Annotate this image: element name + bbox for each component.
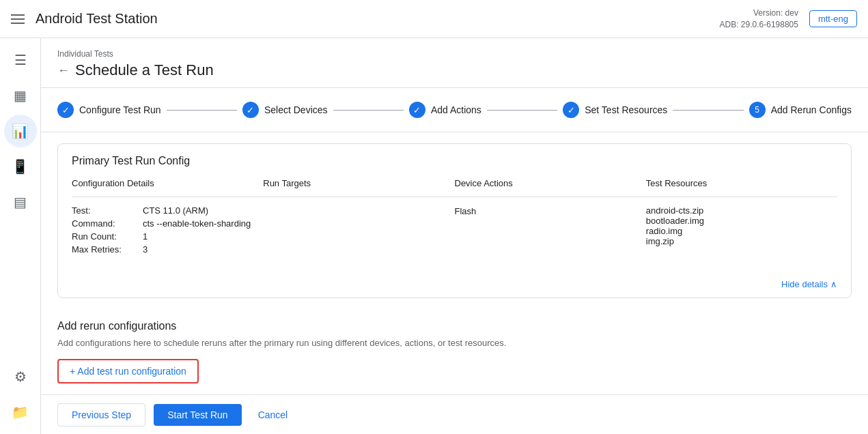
sidebar-item-files[interactable]: 📁 [4,396,37,429]
step-label-set-resources: Set Test Resources [585,104,667,115]
page-title-row: ← Schedule a Test Run [57,61,852,79]
step-configure: ✓ Configure Test Run [57,102,161,118]
step-label-add-actions: Add Actions [431,104,481,115]
col-device-actions: Flash [455,197,646,263]
step-circle-set-resources: ✓ [563,102,579,118]
config-grid: Configuration Details Run Targets Device… [72,173,837,263]
col-header-run-targets: Run Targets [263,173,454,197]
step-select-devices: ✓ Select Devices [242,102,328,118]
step-add-rerun: 5 Add Rerun Configs [749,102,852,118]
step-label-select-devices: Select Devices [264,104,328,115]
rerun-section-title: Add rerun configurations [57,320,852,332]
rerun-section-desc: Add configurations here to schedule reru… [57,338,852,348]
sidebar-item-layers[interactable]: ▤ [4,186,37,218]
main-layout: ☰ ▦ 📊 📱 ▤ ⚙ 📁 Individual Tests ← [0,38,868,434]
config-max-retries-value: 3 [143,244,148,255]
resource-item-3: radio.img [646,226,837,236]
config-max-retries-item: Max Retries: 3 [72,244,263,255]
device-actions-value: Flash [455,206,477,216]
settings-icon: ⚙ [14,368,27,385]
add-config-button[interactable]: + Add test run configuration [57,359,199,384]
col-header-device-actions: Device Actions [455,173,646,197]
app-title: Android Test Station [36,11,158,27]
sidebar-item-devices[interactable]: 📱 [4,150,37,183]
col-test-resources: android-cts.zip bootloader.img radio.img… [646,197,837,263]
previous-step-button[interactable]: Previous Step [57,403,145,426]
step-circle-select-devices: ✓ [242,102,259,118]
step-set-resources: ✓ Set Test Resources [563,102,667,118]
folder-icon: 📁 [12,404,29,420]
config-test-label: Test: [72,205,140,216]
rerun-section: Add rerun configurations Add configurati… [41,309,868,394]
chevron-up-icon: ∧ [830,279,837,289]
resource-item-4: img.zip [646,236,837,246]
stepper-container: ✓ Configure Test Run ✓ Select Devices [41,88,868,132]
sidebar-item-calendar[interactable]: ▦ [4,79,37,112]
step-add-actions: ✓ Add Actions [409,102,481,118]
phone-icon: 📱 [12,158,29,175]
resource-item-2: bootloader.img [646,216,837,226]
layers-icon: ▤ [14,194,27,210]
breadcrumb: Individual Tests [57,49,852,59]
config-test-value: CTS 11.0 (ARM) [143,205,208,216]
step-circle-configure: ✓ [57,102,74,118]
back-button[interactable]: ← [57,64,70,76]
step-circle-add-rerun: 5 [749,102,766,118]
card-table: Configuration Details Run Targets Device… [58,173,851,274]
content-area: Individual Tests ← Schedule a Test Run ✓… [41,38,868,434]
col-header-config: Configuration Details [72,173,263,197]
step-circle-add-actions: ✓ [409,102,425,118]
stepper: ✓ Configure Test Run ✓ Select Devices [57,102,852,118]
config-test-item: Test: CTS 11.0 (ARM) [72,205,263,216]
version-info: Version: dev ADB: 29.0.6-6198805 [720,8,798,31]
sidebar-item-analytics[interactable]: 📊 [4,115,37,147]
page-title: Schedule a Test Run [75,61,214,79]
config-max-retries-label: Max Retries: [72,244,140,255]
calendar-icon: ▦ [14,87,27,104]
step-connector-1 [167,110,237,111]
env-badge-button[interactable]: mtt-eng [809,10,857,27]
header-right: Version: dev ADB: 29.0.6-6198805 mtt-eng [720,8,858,31]
config-command-value: cts --enable-token-sharding [143,218,251,229]
col-config-details: Test: CTS 11.0 (ARM) Command: cts --enab… [72,197,263,263]
sidebar-item-settings[interactable]: ⚙ [4,360,37,393]
cancel-button[interactable]: Cancel [250,404,296,426]
primary-config-card: Primary Test Run Config Configuration De… [57,143,852,298]
step-label-add-rerun: Add Rerun Configs [771,104,852,115]
config-run-count-item: Run Count: 1 [72,231,263,242]
config-command-label: Command: [72,218,140,229]
step-connector-4 [673,110,743,111]
step-label-configure: Configure Test Run [79,104,161,115]
menu-icon[interactable] [11,14,25,24]
config-command-item: Command: cts --enable-token-sharding [72,218,263,229]
start-test-run-button[interactable]: Start Test Run [154,404,241,426]
config-run-count-label: Run Count: [72,231,140,242]
top-header: Android Test Station Version: dev ADB: 2… [0,0,868,38]
step-connector-3 [487,110,557,111]
config-run-count-value: 1 [143,231,148,242]
sidebar-item-tasks[interactable]: ☰ [4,44,37,76]
hide-details-button[interactable]: Hide details ∧ [58,274,851,298]
resource-item-1: android-cts.zip [646,205,837,216]
step-connector-2 [333,110,404,111]
sidebar: ☰ ▦ 📊 📱 ▤ ⚙ 📁 [0,38,41,434]
col-run-targets [263,197,454,263]
footer-actions: Previous Step Start Test Run Cancel [41,394,868,434]
page-header: Individual Tests ← Schedule a Test Run [41,38,868,88]
tasks-icon: ☰ [14,52,27,68]
card-title: Primary Test Run Config [58,144,851,173]
col-header-test-resources: Test Resources [646,173,837,197]
header-left: Android Test Station [11,11,158,27]
analytics-icon: 📊 [12,123,29,139]
page-content: Individual Tests ← Schedule a Test Run ✓… [41,38,868,434]
